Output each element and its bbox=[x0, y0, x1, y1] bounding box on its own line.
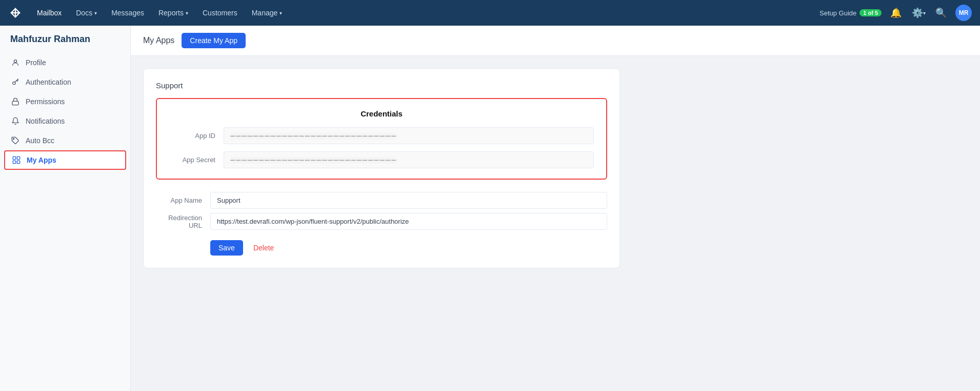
settings-icon[interactable]: ⚙️ ▾ bbox=[910, 5, 927, 21]
app-name-input[interactable] bbox=[210, 192, 607, 209]
svg-rect-4 bbox=[13, 157, 15, 159]
sidebar-item-notifications-label: Notifications bbox=[26, 117, 65, 125]
svg-rect-5 bbox=[17, 157, 19, 159]
svg-point-0 bbox=[14, 60, 16, 63]
nav-mailbox[interactable]: Mailbox bbox=[31, 6, 68, 20]
nav-customers[interactable]: Customers bbox=[196, 6, 244, 20]
delete-button[interactable]: Delete bbox=[249, 240, 278, 256]
tag-icon bbox=[10, 136, 21, 145]
top-navigation: Mailbox Docs ▾ Messages Reports ▾ Custom… bbox=[0, 0, 980, 26]
nav-docs[interactable]: Docs ▾ bbox=[70, 6, 103, 20]
search-icon[interactable]: 🔍 bbox=[933, 5, 949, 21]
sidebar-item-permissions[interactable]: Permissions bbox=[0, 92, 130, 111]
sidebar-item-auto-bcc-label: Auto Bcc bbox=[26, 136, 54, 145]
app-secret-input[interactable] bbox=[224, 151, 594, 168]
main-content: My Apps Create My App Support Credential… bbox=[131, 26, 980, 391]
svg-rect-6 bbox=[13, 161, 15, 163]
sidebar-item-profile-label: Profile bbox=[26, 58, 46, 67]
app-secret-label: App Secret bbox=[169, 156, 215, 164]
setup-guide-badge: 1 of 5 bbox=[859, 9, 882, 16]
sidebar-item-authentication-label: Authentication bbox=[26, 78, 71, 86]
save-button[interactable]: Save bbox=[210, 240, 243, 256]
subheader-title: My Apps bbox=[143, 36, 174, 45]
reports-chevron-icon: ▾ bbox=[186, 10, 188, 16]
redirection-url-input[interactable] bbox=[210, 213, 607, 230]
app-secret-row: App Secret bbox=[169, 151, 594, 168]
svg-point-3 bbox=[13, 139, 14, 140]
app-id-label: App ID bbox=[169, 132, 215, 140]
sidebar-user-name: Mahfuzur Rahman bbox=[0, 34, 130, 53]
app-id-input[interactable] bbox=[224, 127, 594, 144]
redirection-url-row: Redirection URL bbox=[156, 213, 607, 230]
bell-icon[interactable]: 🔔 bbox=[888, 5, 904, 21]
app-id-row: App ID bbox=[169, 127, 594, 144]
nav-manage[interactable]: Manage ▾ bbox=[246, 6, 289, 20]
logo-icon[interactable] bbox=[8, 6, 23, 20]
key-icon bbox=[10, 78, 21, 86]
credentials-box: Credentials App ID App Secret bbox=[156, 98, 607, 180]
topnav-right: Setup Guide 1 of 5 🔔 ⚙️ ▾ 🔍 MR bbox=[819, 5, 972, 21]
docs-chevron-icon: ▾ bbox=[94, 10, 97, 16]
sidebar: Mahfuzur Rahman Profile Authentication P… bbox=[0, 26, 131, 391]
section-label: Support bbox=[156, 81, 607, 90]
avatar[interactable]: MR bbox=[955, 5, 972, 21]
form-actions: Save Delete bbox=[156, 240, 607, 256]
sidebar-item-profile[interactable]: Profile bbox=[0, 53, 130, 72]
sidebar-item-notifications[interactable]: Notifications bbox=[0, 111, 130, 131]
main-layout: Mahfuzur Rahman Profile Authentication P… bbox=[0, 26, 980, 391]
lock-icon bbox=[10, 97, 21, 106]
app-name-label: App Name bbox=[156, 197, 202, 204]
redirection-url-label: Redirection URL bbox=[156, 214, 202, 229]
setup-guide-label: Setup Guide bbox=[819, 9, 856, 17]
manage-chevron-icon: ▾ bbox=[279, 10, 282, 16]
sidebar-item-permissions-label: Permissions bbox=[26, 97, 65, 106]
content-area: Support Credentials App ID App Secret bbox=[131, 56, 980, 281]
bell-sidebar-icon bbox=[10, 117, 21, 125]
nav-reports[interactable]: Reports ▾ bbox=[152, 6, 194, 20]
sidebar-item-my-apps[interactable]: My Apps bbox=[4, 150, 126, 170]
sidebar-item-auto-bcc[interactable]: Auto Bcc bbox=[0, 131, 130, 150]
sidebar-item-authentication[interactable]: Authentication bbox=[0, 72, 130, 92]
person-icon bbox=[10, 58, 21, 67]
svg-point-1 bbox=[13, 82, 15, 84]
app-card: Support Credentials App ID App Secret bbox=[143, 68, 620, 268]
subheader: My Apps Create My App bbox=[131, 26, 980, 56]
sidebar-item-my-apps-label: My Apps bbox=[27, 156, 56, 164]
svg-rect-2 bbox=[12, 101, 18, 105]
grid-icon bbox=[11, 156, 22, 164]
credentials-title: Credentials bbox=[169, 109, 594, 118]
svg-rect-7 bbox=[17, 161, 19, 163]
create-my-app-button[interactable]: Create My App bbox=[182, 33, 246, 48]
nav-messages[interactable]: Messages bbox=[105, 6, 150, 20]
setup-guide[interactable]: Setup Guide 1 of 5 bbox=[819, 9, 882, 17]
app-name-row: App Name bbox=[156, 192, 607, 209]
